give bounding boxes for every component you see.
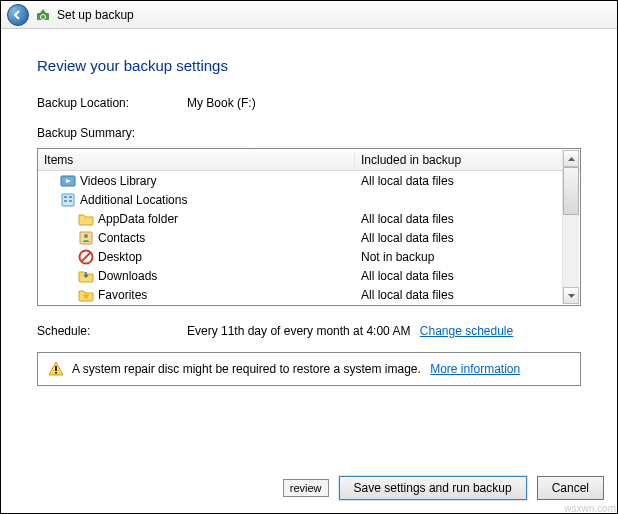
scrollbar-track[interactable] [563,167,579,287]
warning-icon [48,361,64,377]
blocked-icon [78,249,94,265]
list-item[interactable]: DesktopNot in backup [38,247,580,266]
footer-buttons: review Save settings and run backup Canc… [283,476,604,500]
downloads-icon [78,268,94,284]
favorites-icon [78,287,94,303]
schedule-text: Every 11th day of every month at 4:00 AM… [187,324,513,338]
back-button[interactable] [7,4,29,26]
review-button[interactable]: review [283,479,329,497]
content-area: Review your backup settings Backup Locat… [1,29,617,513]
included-value: All local data files [355,212,580,226]
window-title: Set up backup [57,8,134,22]
svg-rect-4 [62,194,74,206]
item-name: Downloads [98,269,157,283]
contacts-icon [78,230,94,246]
video-library-icon [60,173,76,189]
included-value: All local data files [355,231,580,245]
info-text-container: A system repair disc might be required t… [72,362,520,376]
schedule-row: Schedule: Every 11th day of every month … [37,324,581,338]
svg-point-10 [84,234,88,238]
list-item[interactable]: FavoritesAll local data files [38,285,580,304]
item-cell: AppData folder [38,211,355,227]
titlebar: Set up backup [1,1,617,29]
info-box: A system repair disc might be required t… [37,352,581,386]
summary-label: Backup Summary: [37,126,581,140]
chevron-down-icon [568,294,575,298]
chevron-up-icon [568,157,575,161]
list-item[interactable]: ContactsAll local data files [38,228,580,247]
schedule-value: Every 11th day of every month at 4:00 AM [187,324,410,338]
vertical-scrollbar[interactable] [562,150,579,304]
scrollbar-thumb[interactable] [563,167,579,215]
item-cell: Favorites [38,287,355,303]
watermark: wsxwn.com [564,503,616,514]
included-value: Not in backup [355,250,580,264]
location-row: Backup Location: My Book (F:) [37,96,581,110]
scroll-down-button[interactable] [563,287,579,304]
info-text: A system repair disc might be required t… [72,362,421,376]
svg-rect-7 [64,200,67,202]
item-name: Contacts [98,231,145,245]
svg-rect-8 [69,200,72,202]
item-name: Videos Library [80,174,157,188]
item-name: Additional Locations [80,193,187,207]
list-item[interactable]: DownloadsAll local data files [38,266,580,285]
included-value: All local data files [355,174,580,188]
included-value: All local data files [355,288,580,302]
schedule-label: Schedule: [37,324,187,338]
list-body: Videos LibraryAll local data filesAdditi… [38,171,580,305]
more-information-link[interactable]: More information [430,362,520,376]
folder-icon [78,211,94,227]
back-arrow-icon [13,10,23,20]
column-header-items[interactable]: Items [38,153,355,167]
list-item[interactable]: Additional Locations [38,190,580,209]
column-header-included[interactable]: Included in backup [355,153,580,167]
change-schedule-link[interactable]: Change schedule [420,324,513,338]
list-header: Items Included in backup [38,149,580,171]
included-value: All local data files [355,269,580,283]
svg-rect-6 [69,196,72,198]
backup-icon [35,7,51,23]
svg-line-12 [82,252,91,261]
svg-rect-5 [64,196,67,198]
page-heading: Review your backup settings [37,57,581,74]
scroll-up-button[interactable] [563,150,579,167]
location-label: Backup Location: [37,96,187,110]
list-item[interactable]: Videos LibraryAll local data files [38,171,580,190]
cancel-button[interactable]: Cancel [537,476,604,500]
item-cell: Desktop [38,249,355,265]
svg-rect-14 [55,366,57,371]
list-item[interactable]: AppData folderAll local data files [38,209,580,228]
backup-wizard-window: Set up backup Review your backup setting… [0,0,618,514]
item-name: AppData folder [98,212,178,226]
item-name: Favorites [98,288,147,302]
item-cell: Contacts [38,230,355,246]
locations-icon [60,192,76,208]
item-cell: Downloads [38,268,355,284]
item-cell: Additional Locations [38,192,355,208]
item-name: Desktop [98,250,142,264]
save-and-run-button[interactable]: Save settings and run backup [339,476,527,500]
backup-items-list: Items Included in backup Videos LibraryA… [37,148,581,306]
location-value: My Book (F:) [187,96,256,110]
item-cell: Videos Library [38,173,355,189]
svg-rect-15 [55,372,57,374]
